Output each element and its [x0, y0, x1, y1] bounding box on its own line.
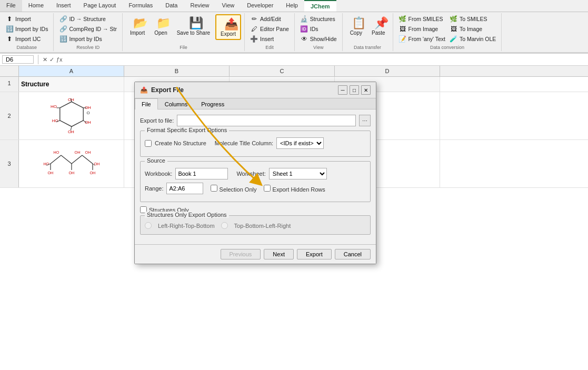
- copy-icon: 📋: [352, 16, 360, 30]
- spreadsheet: A B C D 1 Structure 2 O: [0, 66, 588, 361]
- col-header-b[interactable]: B: [124, 66, 230, 76]
- dialog-body: Export to file: ⋯ Format Specific Export…: [135, 109, 376, 244]
- insert-button[interactable]: ➕ Insert: [248, 34, 291, 44]
- cell-reference[interactable]: [2, 55, 34, 64]
- data-transfer-group-label: Data transfer: [346, 44, 390, 51]
- molecule-title-select[interactable]: <IDs if exist> <none>: [276, 137, 324, 149]
- row-header-3: 3: [0, 140, 19, 187]
- tab-jchem[interactable]: JChem: [304, 0, 336, 12]
- previous-button[interactable]: Previous: [221, 249, 261, 259]
- import-by-ids-icon: 🔢: [5, 25, 14, 33]
- tab-review[interactable]: Review: [184, 0, 215, 12]
- export-button[interactable]: 📤 Export: [215, 14, 241, 40]
- structures-icon: 🔬: [300, 15, 308, 23]
- browse-button[interactable]: ⋯: [359, 115, 371, 126]
- molecule-1: O HO OH OH OH HO OH: [29, 95, 114, 137]
- svg-text:OH: OH: [84, 105, 91, 110]
- svg-text:HO: HO: [51, 104, 57, 109]
- range-label: Range:: [145, 185, 163, 192]
- workbook-worksheet-row: Workbook: Worksheet: Sheet 1 Sheet 2: [145, 168, 366, 179]
- compreg-id-button[interactable]: 🔗 CompReg ID → Str: [57, 24, 118, 34]
- close-button[interactable]: ✕: [361, 85, 371, 95]
- ids-button[interactable]: 🆔 IDs: [298, 24, 339, 34]
- dialog-tab-progress[interactable]: Progress: [194, 98, 231, 109]
- editor-pane-button[interactable]: 🖊 Editor Pane: [248, 24, 291, 34]
- insert-function-icon[interactable]: ƒx: [56, 56, 63, 63]
- id-to-structure-button[interactable]: 🔗 ID → Structure: [57, 14, 118, 24]
- tab-insert[interactable]: Insert: [50, 0, 77, 12]
- svg-text:HO: HO: [43, 162, 49, 166]
- cell-a3[interactable]: HO OH HO OH OH OH OH OH: [19, 140, 124, 187]
- save-to-share-button[interactable]: 💾 Save to Share: [173, 14, 214, 38]
- create-no-structure-checkbox[interactable]: [145, 140, 152, 147]
- svg-text:O: O: [86, 111, 89, 115]
- cancel-formula-icon[interactable]: ✕: [43, 56, 47, 63]
- to-smiles-button[interactable]: 🌿 To SMILES: [447, 14, 498, 24]
- import-file-button[interactable]: 📂 Import: [126, 14, 149, 38]
- tab-file[interactable]: File: [0, 0, 22, 12]
- radio-row: Left-Right-Top-Bottom Top-Bottom-Left-Ri…: [145, 222, 366, 229]
- from-smiles-icon: 🌿: [398, 15, 407, 23]
- minimize-button[interactable]: ─: [338, 85, 347, 95]
- dialog-titlebar: 📤 Export File ─ □ ✕: [135, 82, 376, 98]
- svg-text:OH: OH: [68, 171, 74, 175]
- selection-only-checkbox[interactable]: [211, 185, 217, 192]
- dialog-tab-file[interactable]: File: [135, 98, 158, 109]
- cell-a1-value: Structure: [21, 81, 49, 88]
- cancel-button[interactable]: Cancel: [335, 249, 371, 259]
- import-by-ids2-button[interactable]: 🔢 Import by IDs: [57, 34, 118, 44]
- worksheet-select[interactable]: Sheet 1 Sheet 2: [269, 168, 327, 179]
- to-marvin-ole-button[interactable]: 🧪 To Marvin OLE: [447, 34, 498, 44]
- show-hide-button[interactable]: 👁 Show/Hide: [298, 34, 339, 44]
- tab-data[interactable]: Data: [159, 0, 184, 12]
- tab-developer[interactable]: Developer: [241, 0, 280, 12]
- export-dialog-button[interactable]: Export: [297, 249, 332, 259]
- from-any-text-button[interactable]: 📝 From 'any' Text: [396, 34, 447, 44]
- formula-divider: [38, 55, 38, 64]
- import-by-ids-button[interactable]: 🔢 Import by IDs: [3, 24, 50, 34]
- open-button[interactable]: 📁 Open: [150, 14, 171, 38]
- row-header-2: 2: [0, 92, 19, 139]
- confirm-formula-icon[interactable]: ✓: [49, 56, 54, 63]
- source-group: Source Workbook: Worksheet: Sheet 1: [140, 161, 371, 202]
- import-button[interactable]: ⬆ Import: [3, 14, 50, 24]
- format-options-title: Format Specific Export Options: [145, 127, 229, 133]
- paste-button[interactable]: 📌 Paste: [367, 14, 390, 38]
- worksheet-label: Worksheet:: [236, 171, 265, 177]
- molecule-title-label: Molecule Title Column:: [215, 140, 273, 146]
- to-image-button[interactable]: 🖼 To Image: [447, 24, 498, 34]
- next-button[interactable]: Next: [264, 249, 294, 259]
- formula-input[interactable]: [65, 56, 586, 63]
- export-to-file-input[interactable]: [177, 115, 356, 126]
- col-header-c[interactable]: C: [230, 66, 335, 76]
- workbook-input[interactable]: [175, 168, 228, 179]
- top-bottom-left-right-radio[interactable]: [221, 222, 228, 229]
- range-input[interactable]: [166, 183, 203, 194]
- svg-text:OH: OH: [85, 150, 91, 155]
- maximize-button[interactable]: □: [350, 85, 359, 95]
- dialog-tab-columns[interactable]: Columns: [158, 98, 194, 109]
- copy-button[interactable]: 📋 Copy: [346, 14, 366, 38]
- export-file-dialog: 📤 Export File ─ □ ✕ File Columns Progres…: [134, 82, 376, 264]
- structures-button[interactable]: 🔬 Structures: [298, 14, 339, 24]
- col-header-d[interactable]: D: [335, 66, 440, 76]
- tab-page-layout[interactable]: Page Layout: [77, 0, 123, 12]
- from-smiles-button[interactable]: 🌿 From SMILES: [396, 14, 447, 24]
- tab-home[interactable]: Home: [22, 0, 50, 12]
- paste-icon: 📌: [374, 16, 383, 30]
- add-edit-button[interactable]: ✏ Add/Edit: [248, 14, 291, 24]
- formula-bar: ✕ ✓ ƒx: [0, 54, 588, 66]
- import-ijc-button[interactable]: ⬆ Import IJC: [3, 34, 50, 44]
- cell-a1[interactable]: Structure: [19, 77, 124, 92]
- cell-a2[interactable]: O HO OH OH OH HO OH: [19, 92, 124, 139]
- tab-formulas[interactable]: Formulas: [122, 0, 159, 12]
- export-hidden-rows-checkbox[interactable]: [264, 185, 271, 192]
- from-image-button[interactable]: 🖼 From Image: [396, 24, 447, 34]
- svg-text:OH: OH: [94, 162, 99, 166]
- col-header-a[interactable]: A: [19, 66, 124, 76]
- tab-help[interactable]: Help: [280, 0, 304, 12]
- import-ijc-icon: ⬆: [5, 35, 14, 43]
- tab-view[interactable]: View: [216, 0, 241, 12]
- import-by-ids2-icon: 🔢: [59, 35, 67, 43]
- left-right-top-bottom-radio[interactable]: [145, 222, 152, 229]
